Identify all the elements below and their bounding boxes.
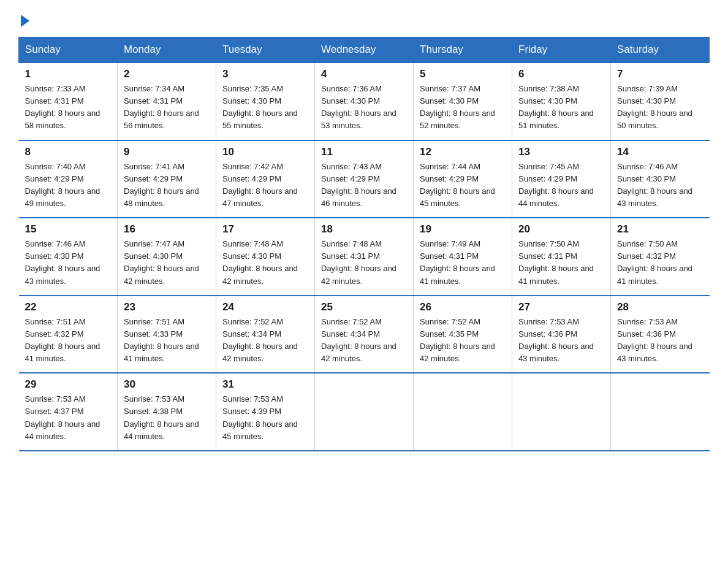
day-number: 18	[321, 223, 407, 236]
calendar-day-cell	[512, 373, 611, 451]
calendar-day-cell: 30Sunrise: 7:53 AMSunset: 4:38 PMDayligh…	[118, 373, 216, 451]
day-number: 2	[124, 68, 210, 80]
day-number: 30	[124, 378, 210, 391]
calendar-day-cell: 19Sunrise: 7:49 AMSunset: 4:31 PMDayligh…	[414, 218, 512, 296]
day-info: Sunrise: 7:33 AMSunset: 4:31 PMDaylight:…	[25, 83, 112, 132]
day-info: Sunrise: 7:37 AMSunset: 4:30 PMDaylight:…	[420, 83, 506, 132]
calendar-day-cell: 25Sunrise: 7:52 AMSunset: 4:34 PMDayligh…	[315, 296, 414, 373]
calendar-day-cell: 17Sunrise: 7:48 AMSunset: 4:30 PMDayligh…	[216, 218, 315, 296]
calendar-day-cell	[414, 373, 512, 451]
day-number: 11	[321, 146, 407, 158]
calendar-day-cell: 1Sunrise: 7:33 AMSunset: 4:31 PMDaylight…	[19, 63, 118, 140]
calendar-day-cell: 15Sunrise: 7:46 AMSunset: 4:30 PMDayligh…	[19, 218, 118, 296]
day-info: Sunrise: 7:50 AMSunset: 4:31 PMDaylight:…	[518, 238, 604, 288]
day-number: 26	[420, 301, 506, 313]
calendar-day-cell: 12Sunrise: 7:44 AMSunset: 4:29 PMDayligh…	[414, 140, 512, 218]
day-info: Sunrise: 7:51 AMSunset: 4:33 PMDaylight:…	[124, 316, 210, 366]
header-day-wednesday: Wednesday	[315, 37, 414, 63]
calendar-week-row: 15Sunrise: 7:46 AMSunset: 4:30 PMDayligh…	[19, 218, 710, 296]
logo-arrow-icon	[21, 15, 29, 27]
day-number: 6	[518, 68, 604, 80]
day-info: Sunrise: 7:48 AMSunset: 4:30 PMDaylight:…	[222, 238, 308, 288]
calendar-day-cell: 28Sunrise: 7:53 AMSunset: 4:36 PMDayligh…	[611, 296, 710, 373]
day-info: Sunrise: 7:45 AMSunset: 4:29 PMDaylight:…	[518, 161, 604, 210]
calendar-day-cell: 7Sunrise: 7:39 AMSunset: 4:30 PMDaylight…	[611, 63, 710, 140]
day-info: Sunrise: 7:53 AMSunset: 4:36 PMDaylight:…	[617, 316, 703, 366]
calendar-day-cell: 6Sunrise: 7:38 AMSunset: 4:30 PMDaylight…	[512, 63, 611, 140]
day-info: Sunrise: 7:53 AMSunset: 4:39 PMDaylight:…	[222, 393, 308, 443]
day-info: Sunrise: 7:39 AMSunset: 4:30 PMDaylight:…	[617, 83, 703, 132]
day-number: 8	[25, 146, 112, 158]
day-number: 14	[617, 146, 703, 158]
header-day-monday: Monday	[118, 37, 216, 63]
calendar-day-cell: 21Sunrise: 7:50 AMSunset: 4:32 PMDayligh…	[611, 218, 710, 296]
day-info: Sunrise: 7:50 AMSunset: 4:32 PMDaylight:…	[617, 238, 703, 288]
day-info: Sunrise: 7:36 AMSunset: 4:30 PMDaylight:…	[321, 83, 407, 132]
day-number: 31	[222, 378, 308, 391]
page-header	[18, 12, 710, 25]
header-day-sunday: Sunday	[19, 37, 118, 63]
day-info: Sunrise: 7:46 AMSunset: 4:30 PMDaylight:…	[617, 161, 703, 210]
day-number: 3	[222, 68, 308, 80]
day-number: 28	[617, 301, 703, 313]
calendar-day-cell: 11Sunrise: 7:43 AMSunset: 4:29 PMDayligh…	[315, 140, 414, 218]
calendar-header-row: SundayMondayTuesdayWednesdayThursdayFrid…	[19, 37, 710, 63]
calendar-day-cell: 26Sunrise: 7:52 AMSunset: 4:35 PMDayligh…	[414, 296, 512, 373]
calendar-week-row: 29Sunrise: 7:53 AMSunset: 4:37 PMDayligh…	[19, 373, 710, 451]
calendar-week-row: 1Sunrise: 7:33 AMSunset: 4:31 PMDaylight…	[19, 63, 710, 140]
day-number: 13	[518, 146, 604, 158]
day-info: Sunrise: 7:43 AMSunset: 4:29 PMDaylight:…	[321, 161, 407, 210]
header-day-thursday: Thursday	[414, 37, 512, 63]
day-info: Sunrise: 7:35 AMSunset: 4:30 PMDaylight:…	[222, 83, 308, 132]
header-day-saturday: Saturday	[611, 37, 710, 63]
day-number: 20	[518, 223, 604, 236]
calendar-day-cell: 18Sunrise: 7:48 AMSunset: 4:31 PMDayligh…	[315, 218, 414, 296]
day-number: 17	[222, 223, 308, 236]
day-info: Sunrise: 7:53 AMSunset: 4:36 PMDaylight:…	[518, 316, 604, 366]
day-info: Sunrise: 7:42 AMSunset: 4:29 PMDaylight:…	[222, 161, 308, 210]
day-info: Sunrise: 7:46 AMSunset: 4:30 PMDaylight:…	[25, 238, 112, 288]
day-number: 4	[321, 68, 407, 80]
calendar-day-cell: 14Sunrise: 7:46 AMSunset: 4:30 PMDayligh…	[611, 140, 710, 218]
day-number: 22	[25, 301, 112, 313]
day-info: Sunrise: 7:41 AMSunset: 4:29 PMDaylight:…	[124, 161, 210, 210]
day-number: 10	[222, 146, 308, 158]
day-info: Sunrise: 7:52 AMSunset: 4:35 PMDaylight:…	[420, 316, 506, 366]
day-info: Sunrise: 7:52 AMSunset: 4:34 PMDaylight:…	[321, 316, 407, 366]
day-number: 29	[25, 378, 112, 391]
day-info: Sunrise: 7:52 AMSunset: 4:34 PMDaylight:…	[222, 316, 308, 366]
day-number: 23	[124, 301, 210, 313]
calendar-week-row: 22Sunrise: 7:51 AMSunset: 4:32 PMDayligh…	[19, 296, 710, 373]
day-info: Sunrise: 7:44 AMSunset: 4:29 PMDaylight:…	[420, 161, 506, 210]
day-number: 9	[124, 146, 210, 158]
calendar-day-cell: 20Sunrise: 7:50 AMSunset: 4:31 PMDayligh…	[512, 218, 611, 296]
calendar-day-cell: 27Sunrise: 7:53 AMSunset: 4:36 PMDayligh…	[512, 296, 611, 373]
calendar-day-cell: 8Sunrise: 7:40 AMSunset: 4:29 PMDaylight…	[19, 140, 118, 218]
calendar-day-cell: 5Sunrise: 7:37 AMSunset: 4:30 PMDaylight…	[414, 63, 512, 140]
day-info: Sunrise: 7:53 AMSunset: 4:37 PMDaylight:…	[25, 393, 112, 443]
calendar-day-cell: 13Sunrise: 7:45 AMSunset: 4:29 PMDayligh…	[512, 140, 611, 218]
day-info: Sunrise: 7:34 AMSunset: 4:31 PMDaylight:…	[124, 83, 210, 132]
calendar-day-cell: 31Sunrise: 7:53 AMSunset: 4:39 PMDayligh…	[216, 373, 315, 451]
calendar-day-cell: 29Sunrise: 7:53 AMSunset: 4:37 PMDayligh…	[19, 373, 118, 451]
logo	[18, 12, 29, 25]
day-info: Sunrise: 7:51 AMSunset: 4:32 PMDaylight:…	[25, 316, 112, 366]
day-info: Sunrise: 7:49 AMSunset: 4:31 PMDaylight:…	[420, 238, 506, 288]
day-number: 19	[420, 223, 506, 236]
day-info: Sunrise: 7:38 AMSunset: 4:30 PMDaylight:…	[518, 83, 604, 132]
day-number: 5	[420, 68, 506, 80]
day-info: Sunrise: 7:53 AMSunset: 4:38 PMDaylight:…	[124, 393, 210, 443]
header-day-friday: Friday	[512, 37, 611, 63]
day-info: Sunrise: 7:47 AMSunset: 4:30 PMDaylight:…	[124, 238, 210, 288]
calendar-day-cell: 3Sunrise: 7:35 AMSunset: 4:30 PMDaylight…	[216, 63, 315, 140]
day-number: 16	[124, 223, 210, 236]
calendar-day-cell: 2Sunrise: 7:34 AMSunset: 4:31 PMDaylight…	[118, 63, 216, 140]
day-number: 27	[518, 301, 604, 313]
day-info: Sunrise: 7:48 AMSunset: 4:31 PMDaylight:…	[321, 238, 407, 288]
header-day-tuesday: Tuesday	[216, 37, 315, 63]
calendar-day-cell	[611, 373, 710, 451]
day-number: 1	[25, 68, 112, 80]
calendar-day-cell: 16Sunrise: 7:47 AMSunset: 4:30 PMDayligh…	[118, 218, 216, 296]
day-info: Sunrise: 7:40 AMSunset: 4:29 PMDaylight:…	[25, 161, 112, 210]
calendar-table: SundayMondayTuesdayWednesdayThursdayFrid…	[18, 37, 710, 451]
